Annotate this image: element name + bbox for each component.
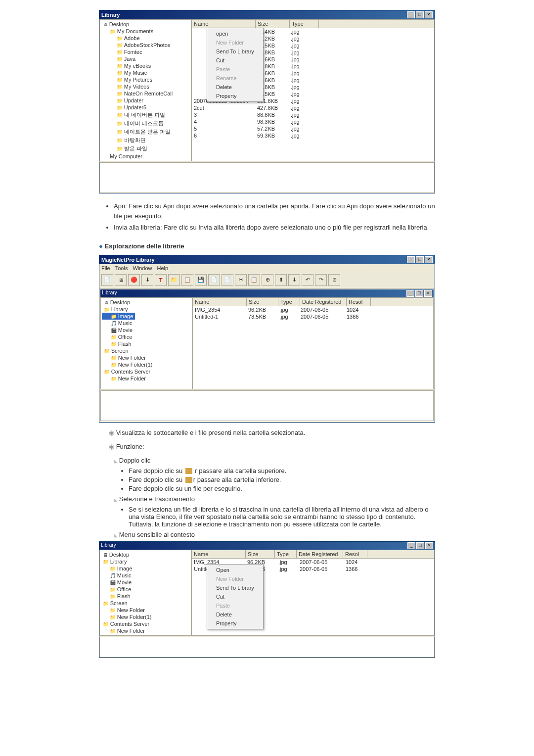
table-row[interactable]: 659.3KB.jpg (192, 132, 434, 139)
tree-item[interactable]: My Documents (101, 28, 190, 35)
col-resol[interactable]: Resol (343, 550, 367, 558)
toolbar-btn-6[interactable]: 📋 (181, 274, 193, 286)
tree-item[interactable]: Updater5 (101, 104, 190, 111)
col-size[interactable]: Size (256, 20, 290, 28)
list-pane[interactable]: Name Size Type Date Registered Resol IMG… (192, 297, 434, 389)
context-menu-item[interactable]: Cut (208, 56, 262, 65)
list-pane[interactable]: Name Size Type 85.4KB.jpg36.2KB.jpg39.5K… (191, 19, 435, 161)
minimize-icon[interactable]: _ (407, 542, 415, 549)
minimize-icon[interactable]: _ (407, 11, 415, 18)
tree-item[interactable]: My Videos (101, 83, 190, 90)
table-row[interactable]: 2cut427.8KB.jpg (192, 104, 434, 111)
tree-item[interactable]: My Computer (101, 153, 190, 160)
toolbar-btn-3[interactable]: 🔴 (128, 274, 140, 286)
tree-item[interactable]: Fomtec (101, 48, 190, 55)
table-row[interactable]: IMG_235496.2KB.jpg2007-06-051024 (193, 306, 433, 313)
tree-item[interactable]: New Folder (102, 354, 191, 361)
context-menu[interactable]: OpenNew FolderSend To LibraryCutPasteDel… (207, 564, 264, 629)
toolbar-btn-text[interactable]: T (155, 274, 167, 286)
list-pane[interactable]: Name Size Type Date Registered Resol IMG… (191, 550, 435, 636)
col-date[interactable]: Date Registered (297, 550, 343, 558)
close-icon[interactable]: × (425, 256, 433, 263)
tree-item[interactable]: New Folder (101, 607, 190, 614)
tree-item[interactable]: Contents Server (102, 368, 191, 375)
maximize-icon[interactable]: □ (416, 542, 424, 549)
col-type[interactable]: Type (278, 298, 300, 306)
tree-item[interactable]: Music (102, 320, 191, 327)
tree-item[interactable]: Desktop (102, 299, 191, 306)
toolbar-btn-10[interactable]: ✂ (235, 274, 247, 286)
tree-item[interactable]: Library (101, 558, 190, 565)
minimize-icon[interactable]: _ (407, 256, 415, 263)
col-size[interactable]: Size (247, 298, 278, 306)
menu-tools[interactable]: Tools (115, 265, 128, 271)
context-menu-item[interactable]: Paste (208, 601, 262, 610)
toolbar-btn-12[interactable]: ⊕ (262, 274, 273, 286)
context-menu[interactable]: openNew FolderSend To LibraryCutPasteRen… (207, 28, 264, 102)
context-menu-item[interactable]: Property (208, 619, 262, 628)
tree-item[interactable]: Java (101, 55, 190, 62)
tree-item[interactable]: New Folder(1) (101, 614, 190, 620)
menubar[interactable]: File Tools Window Help (99, 264, 435, 272)
toolbar-btn-7[interactable]: 💾 (195, 274, 207, 286)
tree-item[interactable]: My eBooks (101, 62, 190, 69)
col-type[interactable]: Type (290, 20, 319, 28)
context-menu-item[interactable]: Delete (208, 610, 262, 619)
tree-item[interactable]: 네이버 데스크톱 (101, 119, 190, 128)
col-name[interactable]: Name (192, 550, 246, 558)
tree-pane[interactable]: DesktopLibraryImageMusicMovieOfficeFlash… (99, 550, 191, 636)
maximize-icon[interactable]: □ (416, 11, 424, 18)
toolbar-btn-2[interactable]: 🖥 (115, 274, 127, 286)
context-menu-item[interactable]: Send To Library (208, 47, 262, 56)
tree-item[interactable]: Flash (101, 593, 190, 600)
menu-file[interactable]: File (101, 265, 110, 271)
tree-item[interactable]: Library (102, 306, 191, 313)
toolbar-btn-14[interactable]: ⬇ (288, 274, 300, 286)
maximize-icon[interactable]: □ (416, 256, 424, 263)
col-size[interactable]: Size (246, 550, 275, 558)
tree-item[interactable]: Desktop (101, 21, 190, 28)
col-type[interactable]: Type (275, 550, 297, 558)
col-name[interactable]: Name (192, 20, 256, 28)
tree-item[interactable]: Movie (102, 327, 191, 333)
tree-item[interactable]: Image (101, 565, 190, 572)
tree-item[interactable]: 내 네이버톤 파일 (101, 111, 190, 119)
context-menu-item[interactable]: New Folder (208, 38, 262, 47)
tree-pane[interactable]: DesktopLibraryImageMusicMovieOfficeFlash… (100, 297, 192, 389)
toolbar-btn-5[interactable]: 📁 (168, 274, 180, 286)
toolbar-btn-stop[interactable]: ⊘ (328, 274, 340, 286)
context-menu-item[interactable]: open (208, 29, 262, 38)
inner-close-icon[interactable]: × (424, 290, 432, 297)
toolbar-btn-13[interactable]: ⬆ (275, 274, 287, 286)
tree-item[interactable]: Screen (102, 347, 191, 354)
tree-item[interactable]: Movie (101, 579, 190, 586)
context-menu-item[interactable]: Open (208, 566, 262, 574)
tree-item[interactable]: NateOn RemoteCall (101, 90, 190, 97)
toolbar-btn-undo[interactable]: ↶ (302, 274, 313, 286)
tree-item[interactable]: Image (102, 313, 135, 320)
context-menu-item[interactable]: Send To Library (208, 583, 262, 592)
tree-item[interactable]: My Pictures (101, 76, 190, 83)
col-resol[interactable]: Resol (347, 298, 371, 306)
toolbar-btn-redo[interactable]: ↷ (315, 274, 327, 286)
tree-item[interactable]: 네이트온 받은 파일 (101, 128, 190, 136)
tree-item[interactable]: Screen (101, 600, 190, 607)
toolbar-btn-9[interactable]: 📄 (222, 274, 233, 286)
tree-item[interactable]: New Folder (101, 627, 190, 634)
tree-item[interactable]: 바탕화면 (101, 136, 190, 144)
toolbar-btn-8[interactable]: 📄 (208, 274, 220, 286)
inner-minimize-icon[interactable]: _ (406, 290, 414, 297)
context-menu-item[interactable]: Delete (208, 83, 262, 92)
col-name[interactable]: Name (193, 298, 247, 306)
inner-maximize-icon[interactable]: □ (415, 290, 423, 297)
context-menu-item[interactable]: Rename (208, 74, 262, 83)
col-date[interactable]: Date Registered (300, 298, 347, 306)
table-row[interactable]: 388.8KB.jpg (192, 111, 434, 118)
tree-item[interactable]: 받은 파일 (101, 144, 190, 153)
table-row[interactable]: 557.2KB.jpg (192, 125, 434, 132)
context-menu-item[interactable]: Paste (208, 65, 262, 74)
close-icon[interactable]: × (425, 542, 433, 549)
tree-item[interactable]: AdobeStockPhotos (101, 42, 190, 48)
tree-item[interactable]: Office (102, 333, 191, 340)
tree-item[interactable]: New Folder(1) (102, 361, 191, 368)
